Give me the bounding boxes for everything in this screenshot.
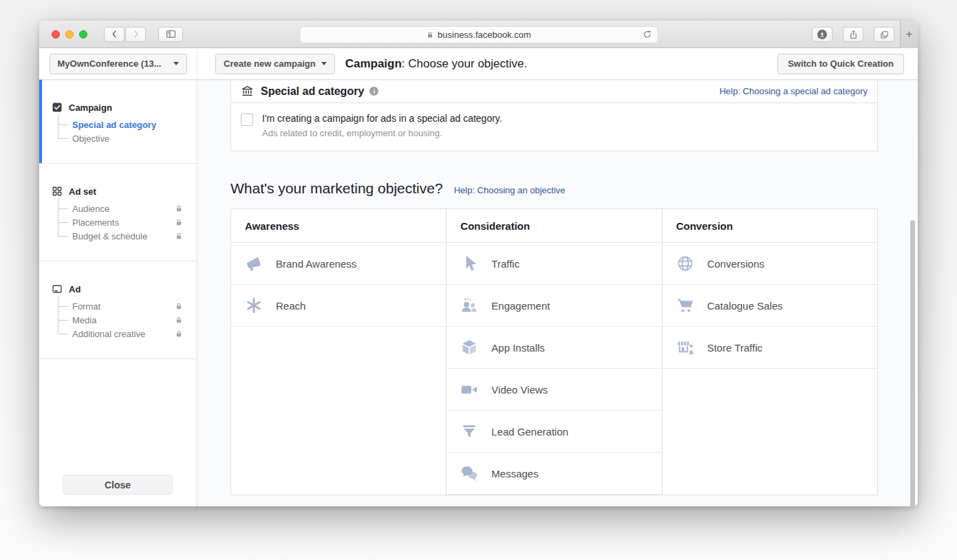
column-conversion: Conversion Conversions Catalogue Sales S… — [663, 209, 877, 495]
close-button[interactable]: Close — [63, 475, 173, 495]
forward-button[interactable] — [125, 27, 146, 42]
sidebar-campaign-title: Campaign — [52, 102, 183, 113]
globe-icon — [676, 254, 695, 273]
chat-bubbles-icon — [460, 464, 479, 483]
sidebar-item-additional-creative[interactable]: Additional creative — [58, 327, 183, 341]
lock-icon — [175, 204, 183, 213]
show-tabs-button[interactable] — [874, 27, 894, 42]
chevron-down-icon — [173, 62, 179, 65]
sidebar-toggle-icon — [165, 28, 177, 40]
sidebar-item-format[interactable]: Format — [58, 299, 183, 313]
create-campaign-label: Create new campaign — [224, 58, 316, 69]
address-bar[interactable]: business.facebook.com — [299, 26, 658, 43]
special-ad-help-link[interactable]: Help: Choosing a special ad category — [720, 86, 868, 96]
ads-manager-page: MyOwnConference (13... Create new campai… — [39, 48, 918, 506]
lock-icon — [175, 316, 183, 324]
column-consideration-title: Consideration — [447, 209, 661, 243]
create-new-campaign-button[interactable]: Create new campaign — [215, 54, 335, 74]
campaign-structure-sidebar: Campaign Special ad category Objective — [39, 80, 197, 506]
sidebar-item-audience[interactable]: Audience — [58, 202, 183, 215]
reload-button[interactable] — [642, 30, 652, 42]
cursor-icon — [460, 254, 479, 273]
sidebar-item-budget-schedule[interactable]: Budget & schedule — [58, 229, 183, 243]
funnel-icon — [460, 422, 479, 441]
objective-heading-row: What's your marketing objective? Help: C… — [230, 180, 878, 197]
special-ad-checkbox[interactable] — [241, 114, 253, 126]
objective-app-installs[interactable]: App Installs — [447, 327, 661, 369]
video-camera-icon — [460, 380, 479, 399]
column-awareness: Awareness Brand Awareness Reach — [231, 209, 447, 495]
reload-icon — [642, 30, 652, 40]
objective-catalogue-sales[interactable]: Catalogue Sales — [663, 285, 877, 327]
column-awareness-title: Awareness — [231, 209, 446, 243]
objective-messages[interactable]: Messages — [447, 453, 661, 495]
sidebar-item-media[interactable]: Media — [58, 313, 183, 327]
special-ad-checkbox-note: Ads related to credit, employment or hou… — [262, 128, 502, 138]
lock-icon — [175, 330, 183, 338]
switch-quick-creation-label: Switch to Quick Creation — [788, 58, 894, 69]
campaign-check-icon — [52, 102, 63, 113]
sidebar-item-objective[interactable]: Objective — [58, 131, 183, 145]
ad-tree: Format Media Additional creative — [58, 299, 183, 341]
ad-title-label: Ad — [69, 284, 80, 294]
url-text: business.facebook.com — [438, 30, 531, 40]
bank-icon — [241, 85, 254, 98]
browser-titlebar: business.facebook.com + — [39, 21, 918, 48]
minimize-window-button[interactable] — [65, 30, 74, 39]
breadcrumb: Campaign: Choose your objective. — [345, 57, 528, 71]
objective-reach[interactable]: Reach — [231, 285, 446, 327]
download-icon — [817, 30, 827, 39]
chevron-down-icon — [321, 62, 327, 65]
close-window-button[interactable] — [52, 30, 60, 39]
people-icon — [460, 296, 479, 315]
zoom-window-button[interactable] — [79, 30, 87, 39]
objective-video-views[interactable]: Video Views — [447, 369, 661, 411]
share-button[interactable] — [843, 27, 863, 42]
page-body: Campaign Special ad category Objective — [39, 80, 918, 506]
info-icon[interactable]: i — [369, 87, 378, 96]
adset-tree: Audience Placements Budget & schedule — [58, 202, 183, 243]
objective-lead-generation[interactable]: Lead Generation — [447, 411, 661, 453]
sidebar-item-placements[interactable]: Placements — [58, 215, 183, 229]
switch-quick-creation-button[interactable]: Switch to Quick Creation — [777, 54, 904, 74]
objective-help-link[interactable]: Help: Choosing an objective — [454, 185, 566, 195]
sidebar-section-adset: Ad set Audience Placements Budget & sche… — [39, 164, 197, 261]
special-ad-checkbox-label: I'm creating a campaign for ads in a spe… — [262, 113, 502, 124]
storefront-icon — [676, 338, 695, 357]
browser-window: business.facebook.com + MyOwnConference … — [39, 21, 918, 506]
lock-icon — [175, 302, 183, 310]
back-button[interactable] — [104, 27, 125, 42]
objective-store-traffic[interactable]: Store Traffic — [663, 327, 877, 369]
objective-heading: What's your marketing objective? — [230, 180, 443, 197]
megaphone-icon — [244, 254, 264, 273]
special-ad-category-card: Special ad category i Help: Choosing a s… — [230, 80, 878, 151]
new-tab-button[interactable]: + — [900, 21, 918, 48]
sidebar-adset-title: Ad set — [52, 186, 183, 197]
breadcrumb-subtitle: : Choose your objective. — [402, 57, 527, 70]
campaign-tree: Special ad category Objective — [58, 118, 183, 145]
share-icon — [848, 30, 859, 40]
sidebar-item-special-ad-category[interactable]: Special ad category — [58, 118, 183, 131]
page-header: MyOwnConference (13... Create new campai… — [39, 48, 918, 80]
vertical-scrollbar[interactable] — [910, 220, 915, 506]
window-controls — [52, 30, 87, 39]
account-selector-label: MyOwnConference (13... — [58, 58, 162, 69]
padlock-icon — [426, 31, 433, 39]
header-account-area: MyOwnConference (13... — [39, 48, 197, 79]
sidebar-ad-title: Ad — [52, 283, 183, 294]
sidebar-toggle-button[interactable] — [158, 27, 183, 42]
ad-card-icon — [52, 283, 63, 294]
forward-icon — [131, 29, 141, 39]
account-selector[interactable]: MyOwnConference (13... — [50, 54, 187, 74]
objective-traffic[interactable]: Traffic — [447, 243, 661, 285]
main-content: Special ad category i Help: Choosing a s… — [197, 80, 918, 506]
objectives-table: Awareness Brand Awareness Reach Consider… — [230, 208, 878, 495]
downloads-button[interactable] — [812, 27, 832, 42]
objective-conversions[interactable]: Conversions — [663, 243, 877, 285]
special-ad-category-header: Special ad category i Help: Choosing a s… — [231, 80, 877, 103]
objective-engagement[interactable]: Engagement — [447, 285, 661, 327]
tabs-icon — [879, 30, 890, 40]
column-conversion-title: Conversion — [663, 209, 877, 243]
objective-brand-awareness[interactable]: Brand Awareness — [231, 243, 446, 285]
sidebar-section-campaign: Campaign Special ad category Objective — [39, 80, 197, 164]
